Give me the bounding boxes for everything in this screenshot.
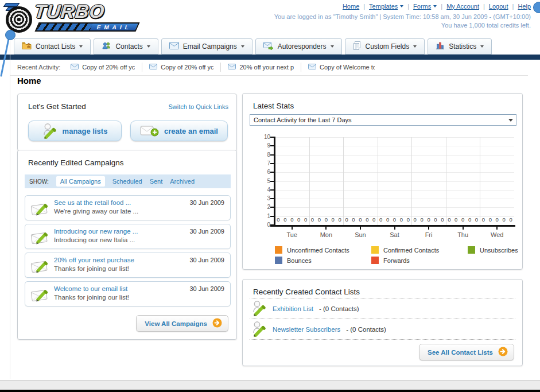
campaign-title-link[interactable]: 20% off your next purchase	[54, 257, 134, 263]
tab-contact-lists[interactable]: Contact Lists	[14, 38, 91, 55]
header-link-logout[interactable]: Logout	[489, 3, 508, 10]
chart-value-label: 0	[446, 216, 453, 223]
caret-down-icon	[79, 45, 83, 48]
create-an-email-button[interactable]: create an email	[130, 121, 228, 141]
header-link-my-account[interactable]: My Account	[446, 3, 479, 10]
envelope-plus-icon	[140, 125, 159, 137]
link-separator: |	[512, 3, 514, 10]
recent-campaigns-panel: Recently Edited Campaigns SHOW: All Camp…	[17, 150, 237, 340]
campaign-row[interactable]: 20% off your next purchaseThanks for joi…	[25, 253, 231, 278]
campaign-subtitle: Thanks for joining our list!	[54, 265, 129, 272]
legend-label: Bounces	[287, 257, 312, 264]
x-axis-tick-label: Sat	[378, 231, 412, 238]
chart-value-label: 0	[432, 216, 439, 223]
page-title: Home	[17, 76, 41, 86]
logo-email-bar: EMAIL	[34, 22, 139, 32]
link-separator: |	[363, 3, 365, 10]
recent-activity-item[interactable]: Copy of Welcome to	[307, 63, 382, 72]
header-link-label: Home	[343, 3, 359, 10]
tab-contacts[interactable]: Contacts	[94, 38, 158, 55]
link-separator: |	[407, 3, 409, 10]
recent-activity-label: Recent Activity:	[17, 64, 60, 71]
see-all-contact-lists-button[interactable]: See All Contact Lists	[419, 344, 514, 360]
bar-chart-icon	[436, 41, 445, 52]
chart-value-label: 0	[391, 216, 398, 223]
arrow-circle-icon	[212, 318, 222, 329]
x-axis-tick-label: Tue	[275, 231, 309, 238]
chart-value-label: 0	[384, 216, 391, 223]
header-link-home[interactable]: Home	[343, 3, 359, 10]
x-axis-tick-label: Sun	[343, 231, 378, 238]
stats-period-select[interactable]: Contact Activity for the Last 7 Days	[250, 114, 516, 126]
caret-down-icon	[433, 5, 437, 7]
header-link-help[interactable]: Help	[518, 3, 531, 10]
y-axis-tick-label: 4	[253, 187, 270, 193]
recent-activity-item[interactable]: 20% off your next p	[227, 63, 301, 72]
header-link-forms[interactable]: Forms	[413, 3, 437, 10]
contact-list-item[interactable]: Newsletter Subscribers- (0 Contacts)	[250, 319, 515, 339]
chart-value-label: 0	[439, 216, 446, 223]
campaign-title-link[interactable]: See us at the retail food ...	[54, 199, 131, 206]
filter-scheduled[interactable]: Scheduled	[112, 178, 142, 185]
legend-swatch	[468, 246, 475, 254]
tab-statistics[interactable]: Statistics	[428, 38, 492, 55]
contact-list-link[interactable]: Exhibition List	[273, 305, 313, 312]
contact-lists: Exhibition List- (0 Contacts)Newsletter …	[250, 298, 515, 340]
chart-value-label: 0	[316, 216, 323, 223]
legend-label: Unconfirmed Contacts	[287, 247, 349, 254]
session-status: You are logged in as "Timothy Smith" | S…	[274, 13, 531, 30]
header-link-templates[interactable]: Templates	[369, 3, 403, 10]
show-label: SHOW:	[29, 178, 49, 185]
page: TURBO EMAIL Home|Templates|Forms|My Acco…	[0, 0, 540, 392]
y-axis-tick-label: 5	[253, 178, 270, 184]
campaign-list: See us at the retail food ...We're givin…	[25, 195, 231, 310]
recent-activity-item[interactable]: Copy of 20% off yc	[148, 63, 221, 72]
main-nav-tabs: Contact ListsContactsEmail CampaignsAuto…	[14, 38, 492, 55]
campaign-title-link[interactable]: Welcome to our email list	[54, 285, 127, 292]
tab-label: Email Campaigns	[183, 42, 237, 51]
chart-value-label: 0	[500, 216, 507, 223]
contact-list-link[interactable]: Newsletter Subscribers	[273, 326, 340, 333]
x-axis-tick-label: Thu	[446, 231, 480, 238]
chart-value-label: 0	[453, 216, 460, 223]
tab-email-campaigns[interactable]: Email Campaigns	[161, 38, 252, 55]
tab-label: Contact Lists	[36, 42, 75, 51]
header-nav: Home|Templates|Forms|My Account|Logout|H…	[343, 3, 531, 10]
campaign-row[interactable]: See us at the retail food ...We're givin…	[25, 195, 231, 220]
filter-all-campaigns[interactable]: All Campaigns	[56, 176, 105, 187]
campaign-row[interactable]: Welcome to our email listThanks for join…	[25, 281, 231, 306]
campaign-row[interactable]: Introducing our new range ...Introducing…	[25, 224, 231, 249]
get-started-panel: Let's Get Started Switch to Quick Links …	[17, 94, 237, 151]
recent-activity-item[interactable]: Copy of 20% off yc	[69, 63, 142, 72]
chart-gridline	[275, 155, 514, 156]
y-axis-tick-label: 6	[253, 169, 270, 175]
recent-contact-lists-title: Recently Created Contact Lists	[253, 288, 360, 296]
chart-value-label: 0	[480, 216, 487, 223]
tab-autoresponders[interactable]: Autoresponders	[255, 38, 342, 55]
switch-to-quick-links-link[interactable]: Switch to Quick Links	[168, 103, 228, 110]
view-all-campaigns-button[interactable]: View All Campaigns	[136, 315, 228, 332]
tab-custom-fields[interactable]: Custom Fields	[345, 38, 425, 55]
annotation-dot	[533, 2, 540, 13]
contact-list-item[interactable]: Exhibition List- (0 Contacts)	[250, 298, 515, 319]
legend-label: Unsubscribes	[480, 247, 518, 254]
chart-value-label: 0	[343, 216, 350, 223]
chart-value-label: 0	[302, 216, 309, 223]
chart-value-label: 0	[473, 216, 480, 223]
caret-down-icon	[147, 45, 150, 48]
manage-lists-button[interactable]: manage lists	[28, 121, 122, 141]
campaign-subtitle: Introducing our new Italia ...	[54, 236, 135, 243]
campaign-date: 30 Jun 2009	[189, 199, 224, 206]
campaign-title-link[interactable]: Introducing our new range ...	[54, 228, 138, 235]
chart-value-label: 0	[494, 216, 500, 223]
app-logo: TURBO EMAIL	[5, 2, 145, 35]
filter-sent[interactable]: Sent	[150, 178, 163, 185]
tab-label: Autoresponders	[278, 42, 327, 51]
legend-swatch	[275, 257, 282, 264]
recent-activity-items: Copy of 20% off ycCopy of 20% off yc20% …	[69, 63, 387, 72]
person-pencil-icon	[252, 321, 267, 338]
filter-archived[interactable]: Archived	[170, 178, 195, 185]
envelope-pencil-icon	[30, 258, 50, 275]
header-link-label: My Account	[446, 3, 479, 10]
chart-value-label: 0	[357, 216, 364, 223]
